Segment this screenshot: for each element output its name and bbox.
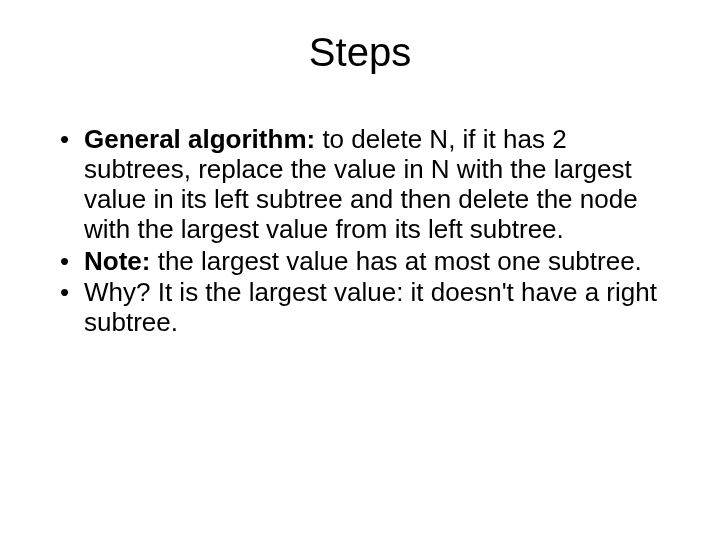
list-item: Note: the largest value has at most one … xyxy=(60,247,670,277)
slide-content: General algorithm: to delete N, if it ha… xyxy=(40,125,680,338)
slide-container: Steps General algorithm: to delete N, if… xyxy=(0,0,720,540)
bullet-text: the largest value has at most one subtre… xyxy=(158,246,642,276)
bullet-bold: General algorithm: xyxy=(84,124,322,154)
bullet-list: General algorithm: to delete N, if it ha… xyxy=(60,125,670,338)
bullet-text: Why? It is the largest value: it doesn't… xyxy=(84,277,657,337)
slide-title: Steps xyxy=(40,30,680,75)
list-item: Why? It is the largest value: it doesn't… xyxy=(60,278,670,338)
bullet-bold: Note: xyxy=(84,246,158,276)
list-item: General algorithm: to delete N, if it ha… xyxy=(60,125,670,245)
